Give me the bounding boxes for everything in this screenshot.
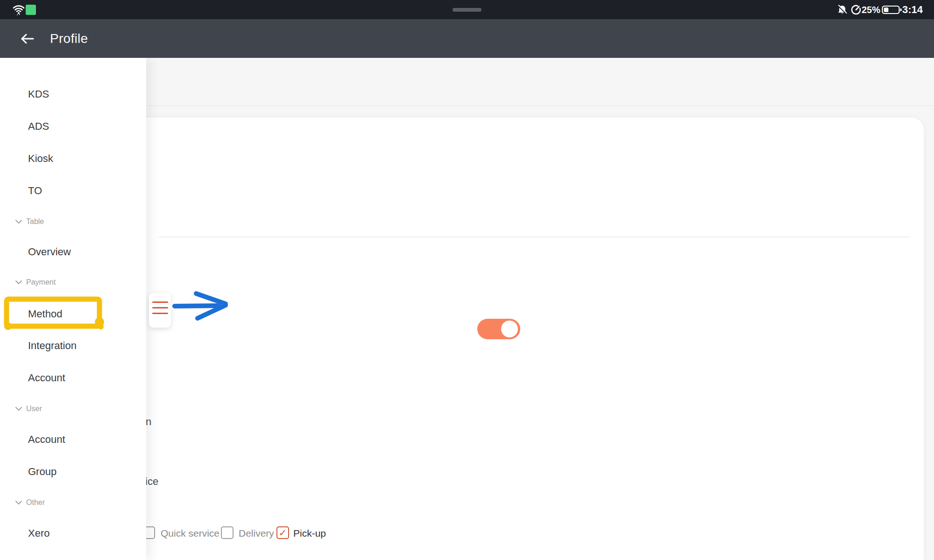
screen: Telphone 03 0000 0000 Fax -- Address 49 … bbox=[0, 0, 934, 560]
screen-indicator-square bbox=[26, 5, 36, 15]
sales-price-includes-gst-toggle[interactable] bbox=[477, 319, 520, 339]
chevron-down-icon bbox=[15, 500, 22, 505]
wifi-icon bbox=[13, 4, 25, 16]
status-bar: 25% 3:14 bbox=[0, 0, 934, 19]
sidebar-section-label: Payment bbox=[26, 278, 56, 287]
sidebar-item-to[interactable]: TO bbox=[28, 185, 42, 197]
hamburger-icon bbox=[152, 313, 168, 314]
sidebar-section-user[interactable]: User bbox=[15, 405, 42, 413]
sidebar-item-account-payment[interactable]: Account bbox=[28, 372, 65, 384]
sidebar-section-label: Other bbox=[26, 498, 45, 507]
delivery-checkbox[interactable] bbox=[221, 526, 234, 539]
chevron-down-icon bbox=[15, 280, 22, 285]
page-title: Profile bbox=[50, 31, 88, 46]
sidebar-section-table[interactable]: Table bbox=[15, 217, 44, 226]
toggle-knob bbox=[501, 321, 518, 337]
clock: 3:14 bbox=[902, 5, 923, 15]
chevron-down-icon bbox=[15, 219, 22, 224]
sidebar-section-other[interactable]: Other bbox=[15, 498, 45, 507]
quick-service-label: Quick service bbox=[161, 528, 219, 538]
sidebar-item-xero[interactable]: Xero bbox=[28, 527, 50, 539]
battery-percent: 25% bbox=[862, 5, 880, 14]
clipped-text-fragment: n bbox=[146, 417, 151, 427]
notifications-off-icon bbox=[837, 5, 848, 15]
pick-up-checkbox[interactable]: ✓ bbox=[276, 526, 289, 539]
back-arrow-icon bbox=[20, 33, 35, 45]
sidebar-item-integration[interactable]: Integration bbox=[28, 340, 77, 352]
sidebar-item-account-user[interactable]: Account bbox=[28, 434, 65, 446]
checkmark-icon: ✓ bbox=[279, 527, 287, 539]
chevron-down-icon bbox=[15, 406, 22, 411]
delivery-label: Delivery bbox=[239, 528, 274, 538]
clipped-text-fragment: ice bbox=[145, 476, 158, 487]
pick-up-label: Pick-up bbox=[293, 528, 326, 538]
sidebar-item-method[interactable]: Method bbox=[28, 308, 62, 320]
card-section-divider bbox=[159, 237, 909, 238]
sidebar-item-kds[interactable]: KDS bbox=[28, 88, 49, 100]
gesture-handle[interactable] bbox=[453, 8, 481, 12]
hamburger-icon bbox=[152, 307, 168, 308]
sidebar-item-ads[interactable]: ADS bbox=[28, 120, 49, 133]
drawer-menu-button[interactable] bbox=[149, 293, 171, 328]
battery-icon bbox=[882, 5, 902, 15]
app-bar: Profile bbox=[0, 19, 934, 58]
hamburger-icon bbox=[152, 301, 168, 303]
sidebar-item-group[interactable]: Group bbox=[28, 466, 57, 478]
profile-card bbox=[14, 118, 924, 560]
sidebar-section-label: User bbox=[26, 405, 42, 413]
sidebar-item-overview[interactable]: Overview bbox=[28, 246, 71, 258]
sidebar-item-kiosk[interactable]: Kiosk bbox=[28, 153, 53, 165]
back-button[interactable] bbox=[17, 29, 37, 48]
navigation-drawer: KDS ADS Kiosk TO Table Overview Payment … bbox=[0, 58, 146, 560]
sidebar-section-payment[interactable]: Payment bbox=[15, 278, 56, 287]
sidebar-section-label: Table bbox=[26, 217, 44, 226]
data-saver-icon bbox=[851, 5, 861, 15]
